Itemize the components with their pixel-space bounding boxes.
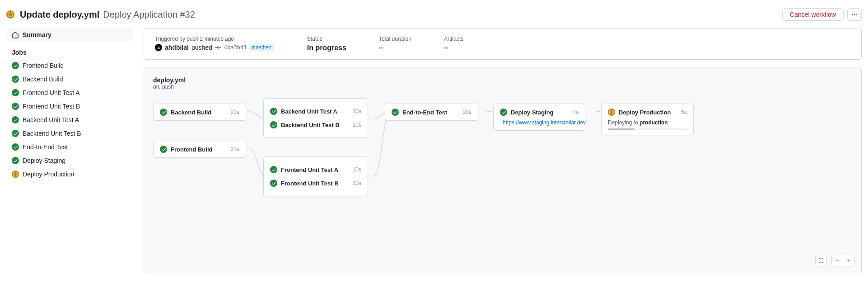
check-icon bbox=[12, 89, 19, 96]
job-node-frontend-tests[interactable]: Frontend Unit Test A 10s Frontend Unit T… bbox=[263, 156, 368, 196]
main-content: Triggered by push 2 minutes ago a ahdbil… bbox=[144, 28, 862, 273]
status-value: In progress bbox=[307, 44, 346, 52]
sidebar-summary-label: Summary bbox=[23, 31, 51, 38]
sidebar-job-label: Backend Build bbox=[23, 76, 63, 83]
actor-name[interactable]: ahdbilal bbox=[165, 44, 189, 51]
graph-zoom-controls: − + bbox=[815, 255, 855, 266]
header-left: Update deploy.yml Deploy Application #32 bbox=[6, 9, 195, 20]
sidebar-job-label: Backtend Unit Test B bbox=[23, 130, 81, 137]
sidebar-job-item[interactable]: Frontend Unit Test B bbox=[6, 100, 133, 113]
run-commit-title: Update deploy.yml bbox=[20, 9, 99, 20]
duration-value: – bbox=[379, 44, 411, 52]
commit-icon bbox=[215, 44, 221, 51]
sidebar-job-label: Deploy Production bbox=[23, 171, 74, 178]
zoom-in-button[interactable]: + bbox=[843, 255, 855, 266]
check-icon bbox=[12, 76, 19, 83]
check-icon bbox=[12, 103, 19, 110]
job-node-frontend-build[interactable]: Frontend Build 21s bbox=[153, 141, 246, 158]
sidebar-job-label: Backend Unit Test A bbox=[23, 116, 79, 123]
sidebar-job-item[interactable]: End-to-End Test bbox=[6, 140, 133, 154]
job-node-e2e[interactable]: End-to-End Test 20s bbox=[385, 104, 478, 121]
actor-line: a ahdbilal pushed 4ba3bd1 master bbox=[155, 44, 275, 51]
sidebar-job-item[interactable]: Backtend Unit Test B bbox=[6, 127, 133, 140]
sidebar-job-label: Deploy Staging bbox=[23, 157, 65, 164]
job-node-backend-build[interactable]: Backend Build 20s bbox=[153, 104, 246, 121]
sidebar-job-label: Frontend Build bbox=[23, 62, 64, 69]
avatar: a bbox=[155, 44, 162, 51]
commit-sha[interactable]: 4ba3bd1 bbox=[224, 44, 247, 51]
workflow-graph-box: deploy.yml on: push bbox=[144, 67, 862, 273]
check-icon bbox=[12, 157, 19, 164]
sidebar-summary[interactable]: Summary bbox=[6, 28, 133, 42]
check-icon bbox=[500, 109, 507, 116]
trigger-text: Triggered by push 2 minutes ago bbox=[155, 36, 275, 42]
job-node-backend-tests[interactable]: Backend Unit Test A 10s Backtend Unit Te… bbox=[263, 98, 368, 138]
deploy-staging-link[interactable]: https://www.staging.interstellar.dev bbox=[500, 119, 579, 126]
deploy-production-message: Deploying to production bbox=[608, 119, 687, 126]
job-node-deploy-production[interactable]: Deploy Production 5s Deploying to produc… bbox=[601, 104, 694, 135]
fullscreen-button[interactable] bbox=[815, 255, 827, 266]
sidebar: Summary Jobs Frontend BuildBackend Build… bbox=[6, 28, 133, 273]
info-duration: Total duration – bbox=[379, 36, 411, 52]
sidebar-job-label: Frontend Unit Test A bbox=[23, 89, 80, 96]
branch-pill[interactable]: master bbox=[249, 44, 274, 51]
check-icon bbox=[270, 166, 277, 173]
check-icon bbox=[270, 121, 277, 128]
run-title: Update deploy.yml Deploy Application #32 bbox=[20, 9, 195, 20]
fullscreen-icon bbox=[818, 257, 824, 264]
cancel-workflow-button[interactable]: Cancel workflow bbox=[782, 8, 844, 21]
check-icon bbox=[392, 109, 399, 116]
check-icon bbox=[12, 130, 19, 137]
sidebar-job-label: Frontend Unit Test B bbox=[23, 103, 80, 110]
check-icon bbox=[160, 109, 167, 116]
info-artifacts: Artifacts – bbox=[444, 36, 463, 52]
zoom-group: − + bbox=[831, 255, 855, 266]
artifacts-value: – bbox=[444, 44, 463, 52]
check-icon bbox=[270, 180, 277, 187]
sidebar-job-item[interactable]: Backend Unit Test A bbox=[6, 113, 133, 127]
workflow-graph[interactable]: Backend Build 20s Frontend Build 21s Bac… bbox=[153, 104, 852, 264]
check-icon bbox=[160, 146, 167, 153]
run-info-card: Triggered by push 2 minutes ago a ahdbil… bbox=[144, 28, 862, 60]
check-icon bbox=[12, 116, 19, 123]
sidebar-job-item[interactable]: Frontend Unit Test A bbox=[6, 86, 133, 100]
svg-point-2 bbox=[856, 14, 857, 15]
svg-point-1 bbox=[854, 14, 855, 15]
sidebar-job-item[interactable]: Frontend Build bbox=[6, 59, 133, 72]
page-header: Update deploy.yml Deploy Application #32… bbox=[6, 6, 862, 28]
check-icon bbox=[270, 108, 277, 115]
deploy-production-progress bbox=[608, 128, 687, 130]
workflow-heading: deploy.yml on: push bbox=[153, 76, 852, 90]
sidebar-job-item[interactable]: Deploy Production bbox=[6, 167, 133, 181]
sidebar-jobs-list: Frontend BuildBackend BuildFrontend Unit… bbox=[6, 59, 133, 181]
running-icon bbox=[12, 171, 19, 178]
sidebar-job-item[interactable]: Deploy Staging bbox=[6, 154, 133, 167]
svg-point-3 bbox=[217, 47, 219, 48]
home-icon bbox=[12, 31, 19, 38]
kebab-menu-button[interactable] bbox=[847, 8, 862, 21]
run-status-icon bbox=[6, 10, 14, 19]
info-status: Status In progress bbox=[307, 36, 346, 52]
sidebar-job-label: End-to-End Test bbox=[23, 143, 68, 151]
job-node-deploy-staging[interactable]: Deploy Staging 7s https://www.staging.in… bbox=[493, 104, 585, 131]
actor-action: pushed bbox=[191, 44, 212, 51]
header-actions: Cancel workflow bbox=[782, 8, 862, 21]
svg-point-0 bbox=[852, 14, 853, 15]
running-icon bbox=[608, 109, 615, 116]
zoom-out-button[interactable]: − bbox=[831, 255, 843, 266]
sidebar-job-item[interactable]: Backend Build bbox=[6, 72, 133, 86]
check-icon bbox=[12, 62, 19, 69]
info-trigger: Triggered by push 2 minutes ago a ahdbil… bbox=[155, 36, 275, 52]
check-icon bbox=[12, 143, 19, 151]
main-layout: Summary Jobs Frontend BuildBackend Build… bbox=[6, 28, 862, 273]
sidebar-jobs-heading: Jobs bbox=[6, 42, 133, 59]
run-workflow-name: Deploy Application #32 bbox=[103, 9, 195, 20]
kebab-icon bbox=[851, 11, 858, 18]
